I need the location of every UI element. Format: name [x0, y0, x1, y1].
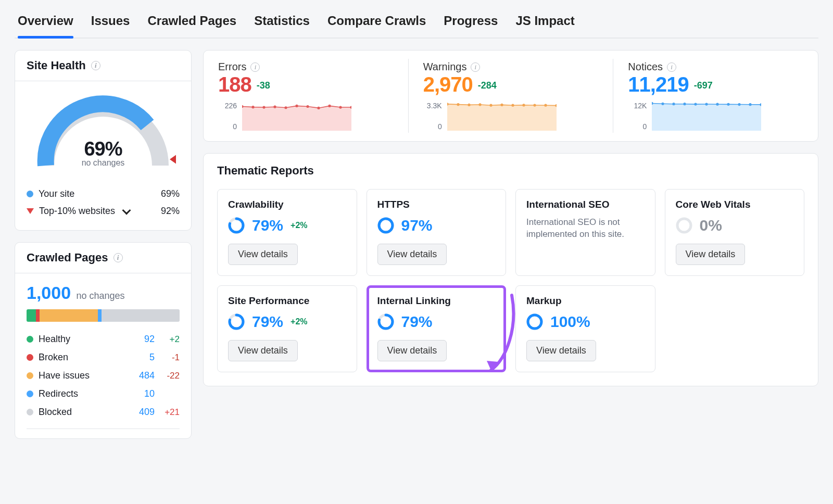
info-icon[interactable]: i [113, 253, 123, 262]
crawled-pages-value[interactable]: 1,000 [27, 283, 71, 303]
info-icon[interactable]: i [471, 62, 480, 72]
dot-icon [27, 354, 33, 361]
bar-segment [27, 309, 36, 322]
view-details-button[interactable]: View details [377, 244, 447, 265]
svg-point-27 [695, 103, 697, 106]
bar-segment [36, 309, 40, 322]
dot-icon [27, 191, 33, 197]
crawled-row-healthy[interactable]: Healthy92+2 [27, 330, 180, 348]
tile-core-web-vitals: Core Web Vitals0%View details [665, 189, 805, 276]
svg-point-5 [284, 106, 287, 109]
svg-point-15 [478, 103, 481, 106]
svg-point-28 [705, 103, 708, 105]
tile-markup: Markup100%View details [515, 285, 655, 372]
tile-site-performance: Site Performance79%+2%View details [217, 285, 357, 372]
kpi-warnings[interactable]: Warningsi2,970-2843.3K0 [408, 59, 613, 133]
crawled-row-have-issues[interactable]: Have issues484-22 [27, 367, 180, 385]
tile-international-seo: International SEOInternational SEO is no… [515, 189, 655, 276]
svg-point-9 [328, 105, 331, 107]
bar-segment [98, 309, 102, 322]
chevron-down-icon [122, 206, 131, 215]
svg-point-24 [662, 103, 664, 105]
crawled-pages-title: Crawled Pages [27, 251, 108, 264]
svg-point-8 [317, 107, 320, 109]
triangle-down-icon [27, 208, 34, 214]
svg-point-7 [306, 105, 309, 108]
view-details-button[interactable]: View details [377, 340, 447, 361]
site-health-gauge: 69% no changes [30, 93, 176, 171]
svg-point-31 [738, 103, 741, 106]
tile-https: HTTPS97%View details [367, 189, 507, 276]
dot-icon [27, 372, 33, 379]
crawled-row-blocked[interactable]: Blocked409+21 [27, 403, 180, 421]
svg-point-14 [468, 104, 470, 106]
tile-internal-linking: Internal Linking79%View details [367, 285, 507, 372]
svg-point-26 [684, 103, 686, 105]
tab-overview[interactable]: Overview [18, 14, 73, 37]
view-details-button[interactable]: View details [228, 340, 298, 361]
svg-point-2 [251, 106, 254, 108]
site-health-card: Site Health i 69% [15, 50, 192, 231]
svg-point-46 [528, 315, 541, 329]
svg-point-4 [273, 106, 276, 108]
crawled-row-broken[interactable]: Broken5-1 [27, 348, 180, 367]
tab-statistics[interactable]: Statistics [254, 14, 310, 37]
svg-point-19 [522, 104, 525, 106]
bar-segment [102, 309, 180, 322]
crawled-pages-card: Crawled Pages i 1,000 no changes Healthy… [15, 242, 192, 439]
view-details-button[interactable]: View details [676, 244, 746, 265]
view-details-button[interactable]: View details [526, 340, 596, 361]
bar-segment [40, 309, 98, 322]
svg-point-17 [500, 104, 503, 106]
svg-point-29 [716, 103, 719, 106]
thematic-card: Thematic Reports Crawlability79%+2%View … [203, 153, 818, 386]
tab-crawled-pages[interactable]: Crawled Pages [147, 14, 236, 37]
info-icon[interactable]: i [250, 62, 260, 72]
info-icon[interactable]: i [667, 62, 676, 72]
tab-compare-crawls[interactable]: Compare Crawls [327, 14, 426, 37]
svg-point-25 [673, 103, 675, 105]
crawled-pages-bar [27, 309, 180, 322]
kpi-errors[interactable]: Errorsi188-382260 [204, 59, 408, 133]
view-details-button[interactable]: View details [228, 244, 298, 265]
dot-icon [27, 409, 33, 415]
gauge-sub: no changes [30, 158, 176, 168]
svg-point-30 [727, 103, 730, 106]
svg-point-10 [339, 106, 342, 108]
svg-point-18 [511, 104, 514, 107]
dot-icon [27, 390, 33, 397]
svg-point-3 [262, 106, 265, 108]
info-icon[interactable]: i [91, 61, 100, 70]
legend-your-site: Your site 69% [27, 185, 180, 203]
svg-point-16 [489, 104, 492, 107]
legend-top10[interactable]: Top-10% websites 92% [27, 203, 180, 220]
tile-crawlability: Crawlability79%+2%View details [217, 189, 357, 276]
svg-point-32 [749, 103, 752, 106]
svg-marker-44 [487, 361, 498, 370]
svg-point-6 [295, 105, 298, 107]
tab-progress[interactable]: Progress [444, 14, 498, 37]
svg-point-13 [457, 103, 459, 106]
tab-js-impact[interactable]: JS Impact [515, 14, 574, 37]
crawled-row-redirects[interactable]: Redirects10 [27, 385, 180, 403]
kpi-notices[interactable]: Noticesi11,219-69712K0 [613, 59, 818, 133]
thematic-title: Thematic Reports [204, 154, 818, 182]
tab-issues[interactable]: Issues [91, 14, 130, 37]
kpi-card: Errorsi188-382260Warningsi2,970-2843.3K0… [203, 50, 818, 142]
svg-point-37 [379, 219, 393, 232]
crawled-pages-sub: no changes [77, 291, 125, 301]
svg-point-21 [544, 104, 547, 107]
dot-icon [27, 336, 33, 343]
svg-point-20 [533, 104, 536, 106]
site-health-title: Site Health [27, 59, 86, 72]
svg-point-38 [677, 219, 691, 232]
gauge-value: 69% [30, 138, 176, 160]
